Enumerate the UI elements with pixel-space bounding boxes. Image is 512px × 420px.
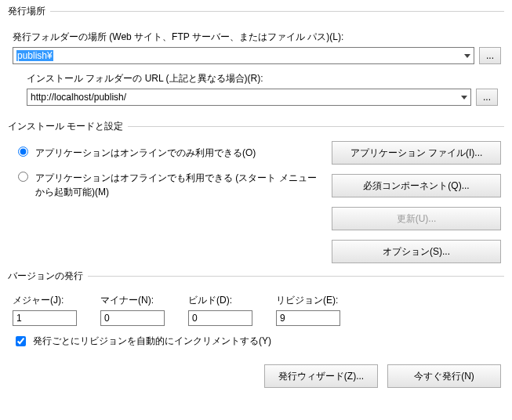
dropdown-arrow-icon <box>460 48 474 63</box>
auto-increment-checkbox[interactable] <box>16 336 26 346</box>
publish-version-legend: バージョンの発行 <box>8 270 88 283</box>
dropdown-arrow-icon <box>457 89 470 105</box>
prerequisites-button[interactable]: 必須コンポーネント(Q)... <box>332 174 501 197</box>
publish-location-legend: 発行場所 <box>8 5 50 18</box>
publish-now-button[interactable]: 今すぐ発行(N) <box>387 364 501 388</box>
publish-folder-browse-button[interactable]: ... <box>479 47 501 64</box>
revision-label: リビジョン(E): <box>276 294 340 307</box>
build-input[interactable] <box>188 310 252 326</box>
publish-version-group: バージョンの発行 メジャー(J): マイナー(N): ビルド(D): リビジョン… <box>8 270 504 349</box>
build-label: ビルド(D): <box>188 294 252 307</box>
major-label: メジャー(J): <box>13 294 77 307</box>
updates-button: 更新(U)... <box>332 207 501 230</box>
install-url-combo[interactable]: http://localhost/publish/ <box>27 89 471 106</box>
publish-folder-value: publish¥ <box>16 50 53 61</box>
major-input[interactable] <box>13 310 77 326</box>
publish-wizard-button[interactable]: 発行ウィザード(Z)... <box>264 364 378 388</box>
revision-input[interactable] <box>276 310 340 326</box>
options-button[interactable]: オプション(S)... <box>332 240 501 263</box>
auto-increment-label: 発行ごとにリビジョンを自動的にインクリメントする(Y) <box>33 335 271 348</box>
offline-radio[interactable] <box>18 172 28 182</box>
minor-input[interactable] <box>100 310 165 326</box>
install-mode-legend: インストール モードと設定 <box>8 120 128 133</box>
install-url-browse-button[interactable]: ... <box>476 89 498 106</box>
install-url-value: http://localhost/publish/ <box>31 92 126 103</box>
app-files-button[interactable]: アプリケーション ファイル(I)... <box>332 141 501 165</box>
publish-location-group: 発行場所 発行フォルダーの場所 (Web サイト、FTP サーバー、またはファイ… <box>8 5 504 114</box>
publish-folder-label: 発行フォルダーの場所 (Web サイト、FTP サーバー、またはファイル パス)… <box>13 31 504 44</box>
install-url-label: インストール フォルダーの URL (上記と異なる場合)(R): <box>27 72 501 85</box>
online-only-radio[interactable] <box>18 147 28 157</box>
online-only-label: アプリケーションはオンラインでのみ利用できる(O) <box>35 146 256 160</box>
minor-label: マイナー(N): <box>100 294 165 307</box>
publish-folder-combo[interactable]: publish¥ <box>13 47 474 64</box>
install-mode-group: インストール モードと設定 アプリケーションはオンラインでのみ利用できる(O) … <box>8 120 504 263</box>
offline-label: アプリケーションはオフラインでも利用できる (スタート メニューから起動可能)(… <box>35 171 325 199</box>
